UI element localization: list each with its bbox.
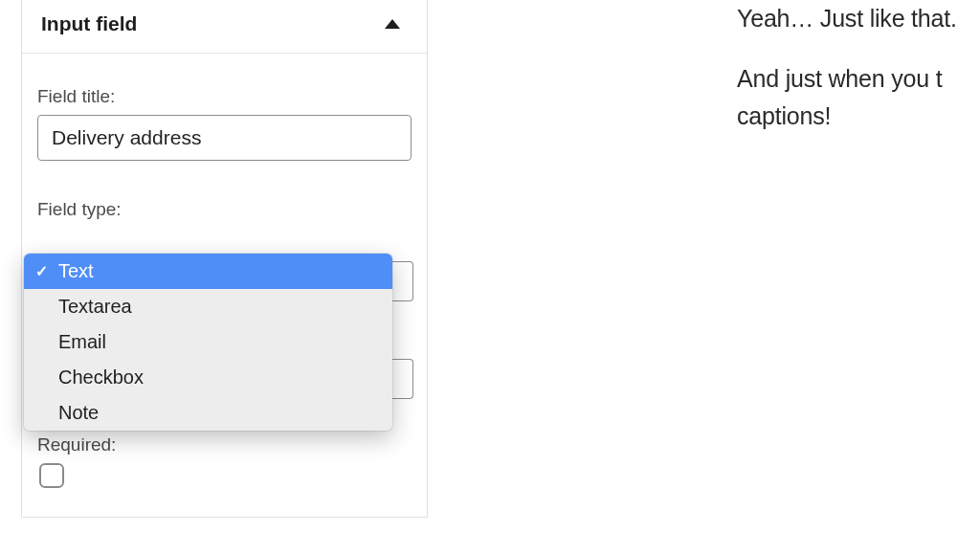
secondary-select[interactable] — [392, 359, 413, 399]
collapse-up-icon — [385, 19, 400, 29]
dropdown-option-label: Note — [58, 402, 99, 424]
page-content-text: Yeah… Just like that. And just when you … — [737, 0, 980, 157]
dropdown-option-text[interactable]: ✓ Text — [24, 254, 392, 289]
dropdown-option-checkbox[interactable]: Checkbox — [24, 360, 392, 395]
content-line: And just when you t — [737, 65, 942, 92]
dropdown-option-label: Text — [58, 260, 94, 282]
dropdown-option-label: Checkbox — [58, 366, 144, 388]
field-type-select[interactable] — [392, 261, 413, 301]
panel-title: Input field — [41, 12, 137, 35]
field-type-dropdown: ✓ Text Textarea Email Checkbox Note — [24, 254, 392, 431]
required-checkbox[interactable] — [39, 463, 64, 488]
required-label: Required: — [37, 434, 412, 455]
dropdown-option-note[interactable]: Note — [24, 395, 392, 431]
field-type-label: Field type: — [37, 199, 412, 220]
checkmark-icon: ✓ — [35, 262, 48, 280]
dropdown-option-email[interactable]: Email — [24, 324, 392, 360]
field-title-input[interactable] — [37, 115, 412, 161]
content-line: Yeah… Just like that. — [737, 0, 980, 37]
content-paragraph: And just when you t captions! — [737, 60, 980, 135]
content-line: captions! — [737, 102, 831, 129]
field-title-label: Field title: — [37, 86, 412, 107]
dropdown-option-label: Email — [58, 331, 106, 353]
panel-header[interactable]: Input field — [22, 0, 427, 54]
dropdown-option-textarea[interactable]: Textarea — [24, 289, 392, 324]
dropdown-option-label: Textarea — [58, 296, 132, 318]
